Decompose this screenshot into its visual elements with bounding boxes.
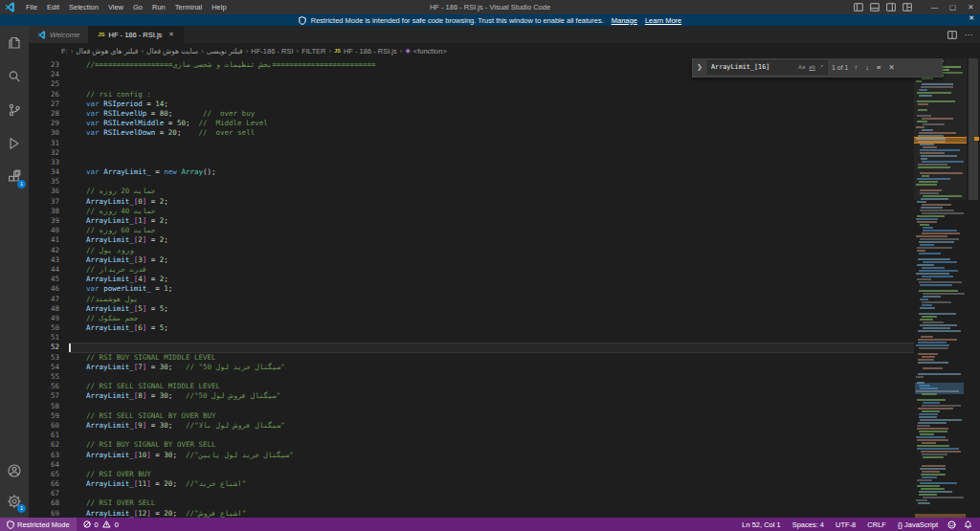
status-item-crlf[interactable]: CRLF — [861, 520, 892, 529]
code-line[interactable]: 31 — [29, 139, 914, 148]
menu-terminal[interactable]: Terminal — [170, 3, 207, 11]
tab-welcome[interactable]: Welcome — [29, 26, 89, 43]
code-line[interactable]: 49 // حجم مشکوک — [29, 314, 914, 323]
banner-learnmore-link[interactable]: Learn More — [645, 16, 681, 25]
code-line[interactable]: 55 — [29, 372, 914, 382]
find-in-selection-icon[interactable]: ≡ — [875, 63, 882, 72]
code-line[interactable]: 40 // حمایت 60 روزه — [29, 226, 914, 235]
settings-gear-icon[interactable]: 1 — [6, 493, 23, 510]
code-line[interactable]: 41 ArrayLimit_[2] = 2; — [29, 235, 914, 245]
code-line[interactable]: 29 var RSILevelMiddle = 50; // Middle Le… — [29, 119, 914, 128]
vertical-scrollbar[interactable] — [967, 58, 980, 518]
close-window-button[interactable]: ✕ — [962, 3, 980, 11]
previous-match-icon[interactable]: ↑ — [853, 63, 860, 72]
restricted-mode-status[interactable]: Restricted Mode — [0, 518, 77, 531]
feedback-icon[interactable] — [944, 520, 960, 529]
source-control-icon[interactable] — [6, 101, 23, 119]
code-line[interactable]: 32 — [29, 148, 914, 158]
code-line[interactable]: 67 — [29, 489, 914, 498]
breadcrumb-item[interactable]: سایت هوش فعال — [146, 47, 198, 55]
code-line[interactable]: 54 ArrayLimit_[7] = 30; // "سیگنال خرید … — [29, 363, 914, 372]
match-case-icon[interactable]: Aa — [797, 64, 806, 70]
code-line[interactable]: 36 // حمایت 20 روزه — [29, 187, 914, 196]
minimize-button[interactable]: — — [925, 3, 944, 11]
code-line[interactable]: 53 // RSI BUY SIGNAL MIDDLE LEVEL — [29, 353, 914, 363]
menu-view[interactable]: View — [103, 3, 128, 11]
tab-close-icon[interactable]: ✕ — [168, 31, 173, 38]
code-line[interactable]: 25 — [29, 79, 914, 89]
restore-button[interactable]: ▢ — [944, 3, 962, 11]
code-line[interactable]: 37 ArrayLimit_[0] = 2; — [29, 197, 914, 207]
breadcrumb-item[interactable]: HF-186 - RSI — [251, 47, 293, 55]
code-line[interactable]: 44 // قدرت خریدار — [29, 265, 914, 275]
breadcrumb-item[interactable]: فیلتر های هوش فعال — [76, 47, 138, 55]
code-line[interactable]: 66 ArrayLimit_[11] = 20; //"اشباع خرید" — [29, 479, 914, 489]
code-area[interactable]: 23 //==================بخش تنظیمات و شخص… — [29, 58, 914, 518]
code-line[interactable]: 45 ArrayLimit_[4] = 2; — [29, 275, 914, 284]
status-item--javascript[interactable]: {} JavaScript — [892, 520, 944, 529]
code-line[interactable]: 33 — [29, 158, 914, 167]
code-line[interactable]: 60 ArrayLimit_[9] = 30; //"سیگنال فروش ل… — [29, 421, 914, 431]
code-line[interactable]: 69 ArrayLimit_[12] = 20; //"اشباع فروش" — [29, 509, 914, 518]
regex-icon[interactable]: .* — [818, 64, 824, 70]
breadcrumb-item[interactable]: HF - 186 - RSI.js — [344, 47, 397, 55]
code-line[interactable]: 42 // ورود پول — [29, 246, 914, 255]
status-item-spaces-4[interactable]: Spaces: 4 — [787, 520, 830, 529]
next-match-icon[interactable]: ↓ — [863, 63, 871, 72]
problems-status[interactable]: 0 0 — [77, 520, 125, 529]
run-debug-icon[interactable] — [6, 135, 23, 152]
code-line[interactable]: 62 // RSI BUY SIGNAL BY OVER SELL — [29, 440, 914, 450]
code-line[interactable]: 26 // rsi config : — [29, 90, 914, 100]
close-find-icon[interactable]: ✕ — [886, 63, 896, 72]
search-icon[interactable] — [6, 68, 23, 85]
code-line[interactable]: 28 var RSILevelUp = 80; // over buy — [29, 109, 914, 119]
code-line[interactable]: 59 // RSI SELL SIGNAL BY OVER BUY — [29, 411, 914, 421]
code-line[interactable]: 57 ArrayLimit_[8] = 30; //"سیگنال فروش ل… — [29, 391, 914, 401]
split-editor-icon[interactable] — [947, 31, 957, 39]
code-line[interactable]: 48 ArrayLimit_[5] = 5; — [29, 304, 914, 314]
code-line[interactable]: 46 var powerLimit_ = 1; — [29, 284, 914, 294]
scrollbar-slider[interactable] — [969, 58, 978, 200]
find-input[interactable]: ArrayLimit_[16] Aa ab .* — [707, 60, 828, 75]
code-line[interactable]: 56 // RSI SELL SIGNAL MIDDLE LEVEL — [29, 382, 914, 391]
menu-go[interactable]: Go — [128, 3, 147, 11]
breadcrumb-item[interactable]: فیلتر نویسی — [207, 47, 243, 55]
status-item-utf-8[interactable]: UTF-8 — [830, 520, 861, 529]
explorer-icon[interactable] — [6, 34, 23, 52]
toggle-sidebar-icon[interactable] — [854, 3, 863, 11]
toggle-secondary-sidebar-icon[interactable] — [886, 3, 896, 11]
menu-help[interactable]: Help — [207, 3, 231, 11]
code-line[interactable]: 65 // RSI OVER BUY — [29, 470, 914, 479]
minimap[interactable] — [914, 58, 967, 518]
code-line[interactable]: 35 — [29, 177, 914, 187]
code-line[interactable]: 51 — [29, 333, 914, 343]
code-line[interactable]: 34 var ArrayLimit_ = new Array(); — [29, 167, 914, 177]
code-line[interactable]: 38 // حمایت 40 روزه — [29, 207, 914, 216]
code-line[interactable]: 68 // RSI OVER SELL — [29, 498, 914, 508]
menu-run[interactable]: Run — [147, 3, 170, 11]
extensions-icon[interactable]: 1 — [6, 168, 23, 186]
breadcrumb-item[interactable]: F: — [61, 47, 68, 55]
code-line[interactable]: 58 — [29, 402, 914, 411]
more-actions-icon[interactable]: ⋯ — [965, 31, 972, 39]
code-line[interactable]: 47 //پول هوشمند — [29, 295, 914, 304]
code-line[interactable]: 39 ArrayLimit_[1] = 2; — [29, 216, 914, 226]
banner-manage-link[interactable]: Manage — [612, 16, 637, 25]
notifications-bell-icon[interactable] — [960, 520, 980, 529]
customize-layout-icon[interactable] — [902, 3, 912, 11]
toggle-replace-icon[interactable]: ❯ — [697, 63, 703, 71]
breadcrumb-item[interactable]: <function> — [413, 47, 447, 55]
code-line[interactable]: 61 — [29, 431, 914, 440]
code-line[interactable]: 27 var RSIperiod = 14; — [29, 100, 914, 109]
code-line[interactable]: 63 ArrayLimit_[10] = 30; //"سیگنال خرید … — [29, 451, 914, 460]
breadcrumb-item[interactable]: FILTER — [301, 47, 325, 55]
whole-word-icon[interactable]: ab — [808, 64, 816, 70]
menu-file[interactable]: File — [21, 3, 42, 11]
tab-hf-186-rsi[interactable]: JS HF - 186 - RSI.js ✕ — [89, 26, 184, 43]
banner-close-icon[interactable]: ✕ — [969, 14, 974, 22]
code-line[interactable]: 30 var RSILevelDown = 20; // over sell — [29, 128, 914, 138]
menu-selection[interactable]: Selection — [64, 3, 103, 11]
code-line[interactable]: 52 — [29, 343, 914, 352]
code-line[interactable]: 43 ArrayLimit_[3] = 2; — [29, 255, 914, 265]
code-line[interactable]: 50 ArrayLimit_[6] = 5; — [29, 323, 914, 333]
